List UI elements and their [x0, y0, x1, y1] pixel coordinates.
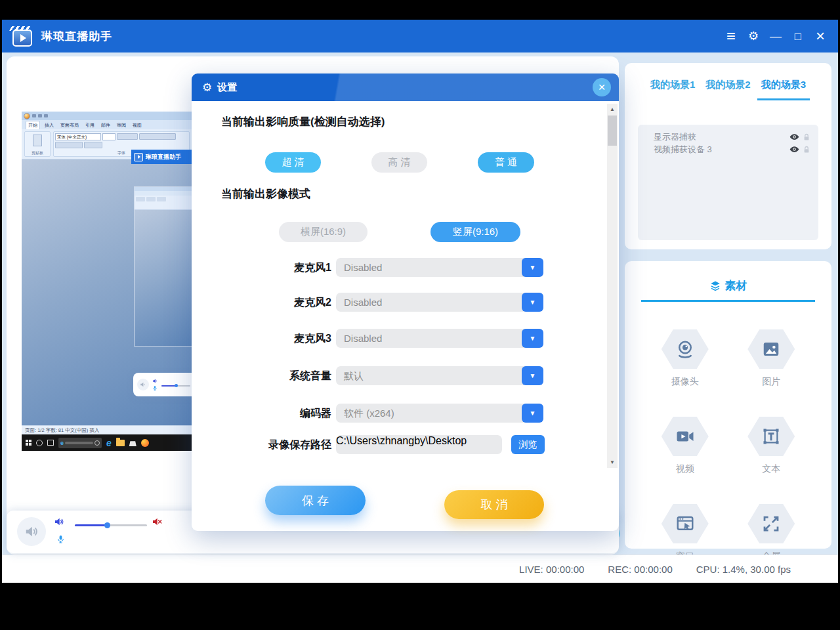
- app-title: 琳琅直播助手: [41, 29, 112, 44]
- video-camera-icon: [675, 427, 695, 446]
- scroll-down-icon[interactable]: ▼: [607, 459, 618, 465]
- volume-slider-thumb[interactable]: [104, 522, 110, 528]
- volume-speaker-icon[interactable]: [54, 516, 64, 530]
- mini-volume-slider: [161, 385, 190, 387]
- mic2-select[interactable]: Disabled ▼: [336, 293, 543, 312]
- mic1-row: 麦克风1 Disabled ▼: [192, 258, 619, 277]
- cancel-button[interactable]: 取 消: [444, 490, 544, 519]
- record-path-row: 录像保存路径 C:\Users\zhnangby\Desktop 浏览: [192, 435, 619, 454]
- taskbar-search-box: e: [58, 438, 102, 448]
- encoder-select[interactable]: 软件 (x264) ▼: [336, 404, 543, 423]
- clipboard-icon: [33, 135, 42, 146]
- dropdown-icon[interactable]: ▼: [522, 258, 543, 277]
- mode-section-title: 当前输出影像模式: [221, 186, 310, 201]
- store-icon: [129, 439, 136, 446]
- tab-scene-3[interactable]: 我的场景3: [761, 79, 806, 91]
- mini-audio-panel: [133, 373, 198, 396]
- material-window[interactable]: 窗口: [662, 504, 709, 562]
- material-video[interactable]: 视频: [662, 417, 709, 475]
- eye-icon[interactable]: [789, 133, 799, 140]
- status-bar: LIVE: 00:00:00 REC: 00:00:00 CPU: 1.4%, …: [2, 555, 838, 583]
- microphone-icon: [152, 385, 158, 391]
- mode-portrait-button[interactable]: 竖屏(9:16): [430, 222, 520, 242]
- microphone-icon[interactable]: [56, 534, 65, 547]
- scroll-up-icon[interactable]: ▲: [607, 106, 618, 112]
- mic2-row: 麦克风2 Disabled ▼: [192, 293, 619, 312]
- word-ribbon-tabs: 开始 插入 页面布局 引用 邮件 审阅 视图: [22, 120, 192, 129]
- volume-slider[interactable]: [75, 524, 147, 526]
- mic1-select[interactable]: Disabled ▼: [336, 258, 543, 277]
- list-item[interactable]: 显示器捕获: [646, 131, 810, 143]
- mic3-row: 麦克风3 Disabled ▼: [192, 329, 619, 348]
- window-controls: ≡ ⚙ — □ ×: [723, 27, 829, 45]
- save-button[interactable]: 保 存: [265, 486, 366, 515]
- lock-icon[interactable]: [803, 146, 810, 154]
- system-volume-row: 系统音量 默认 ▼: [192, 366, 619, 385]
- fullscreen-icon: [761, 514, 781, 534]
- captured-app-titlebar: 琳琅直播助手: [131, 150, 192, 164]
- scene-source-list: 显示器捕获 视频捕获设备 3: [638, 125, 818, 240]
- text-icon: [761, 427, 781, 446]
- rec-time: REC: 00:00:00: [608, 564, 672, 575]
- nested-capture-preview: [135, 187, 192, 346]
- tab-scene-1[interactable]: 我的场景1: [650, 79, 695, 91]
- material-camera[interactable]: 摄像头: [662, 329, 709, 388]
- minimize-button[interactable]: —: [767, 27, 784, 45]
- material-fullscreen[interactable]: 全屏: [747, 504, 795, 562]
- record-path-input[interactable]: C:\Users\zhnangby\Desktop: [336, 435, 502, 454]
- quality-high-button[interactable]: 高 清: [371, 152, 427, 173]
- layers-icon: [709, 280, 721, 292]
- search-icon: [94, 440, 100, 446]
- titlebar: 琳琅直播助手 ≡ ⚙ — □ ×: [2, 20, 838, 52]
- quality-ultra-button[interactable]: 超 清: [265, 152, 321, 173]
- quality-normal-button[interactable]: 普 通: [478, 152, 534, 173]
- dialog-close-button[interactable]: ×: [593, 78, 611, 96]
- office-orb-icon: [24, 113, 30, 119]
- materials-underline: [641, 300, 815, 302]
- speaker-icon: [140, 381, 146, 388]
- scenes-panel: 我的场景1 我的场景2 我的场景3 显示器捕获 视频捕获设备 3: [625, 63, 831, 249]
- tab-scene-2[interactable]: 我的场景2: [705, 79, 750, 91]
- app-logo-icon: [11, 26, 33, 47]
- speaker-icon: [152, 378, 158, 384]
- materials-grid: 摄像头 图片 视频 文: [625, 329, 831, 562]
- material-image[interactable]: 图片: [747, 329, 795, 388]
- encoder-row: 编码器 软件 (x264) ▼: [192, 404, 619, 423]
- live-time: LIVE: 00:00:00: [519, 564, 584, 575]
- firefox-icon: [141, 439, 149, 447]
- dropdown-icon[interactable]: ▼: [522, 366, 543, 385]
- material-text[interactable]: 文本: [747, 417, 795, 475]
- close-button[interactable]: ×: [812, 27, 829, 45]
- materials-panel: 素材 摄像头 图片: [625, 261, 831, 549]
- image-icon: [761, 339, 781, 359]
- dropdown-icon[interactable]: ▼: [522, 404, 543, 423]
- mini-play-icon: [134, 153, 143, 161]
- system-volume-select[interactable]: 默认 ▼: [336, 366, 543, 385]
- muted-speaker-icon[interactable]: [152, 516, 162, 530]
- word-status-bar: 页面: 1/2 字数: 81 中文(中国) 插入: [22, 425, 192, 434]
- window-icon: [675, 514, 695, 534]
- list-item[interactable]: 视频捕获设备 3: [646, 143, 810, 156]
- materials-title: 素材: [725, 278, 747, 293]
- gear-icon[interactable]: ⚙: [745, 27, 762, 45]
- cortana-icon: [36, 440, 43, 446]
- menu-icon[interactable]: ≡: [723, 27, 740, 45]
- maximize-button[interactable]: □: [789, 27, 807, 45]
- windows-taskbar: e e: [22, 434, 192, 451]
- settings-dialog: ⚙ 设置 × ▲ ▼ 当前输出影响质量(检测自动选择) 超 清 高 清 普 通 …: [192, 74, 619, 531]
- mode-landscape-button[interactable]: 横屏(16:9): [279, 222, 368, 242]
- lock-icon[interactable]: [803, 133, 810, 141]
- mic3-select[interactable]: Disabled ▼: [336, 329, 543, 348]
- app-window: 琳琅直播助手 ≡ ⚙ — □ × 开始 插入 页面布局 引用: [2, 20, 838, 583]
- gear-icon: ⚙: [202, 81, 212, 94]
- speaker-toggle-button[interactable]: [17, 517, 46, 546]
- browse-button[interactable]: 浏览: [511, 435, 545, 454]
- eye-icon[interactable]: [789, 146, 799, 153]
- dropdown-icon[interactable]: ▼: [522, 329, 543, 348]
- font-name-box: 宋体 (中文正文): [55, 133, 101, 140]
- dropdown-icon[interactable]: ▼: [522, 293, 543, 312]
- cpu-fps: CPU: 1.4%, 30.00 fps: [696, 564, 791, 575]
- scene-tabs: 我的场景1 我的场景2 我的场景3: [625, 79, 831, 91]
- play-icon: [20, 34, 26, 42]
- scrollbar-thumb[interactable]: [608, 116, 617, 146]
